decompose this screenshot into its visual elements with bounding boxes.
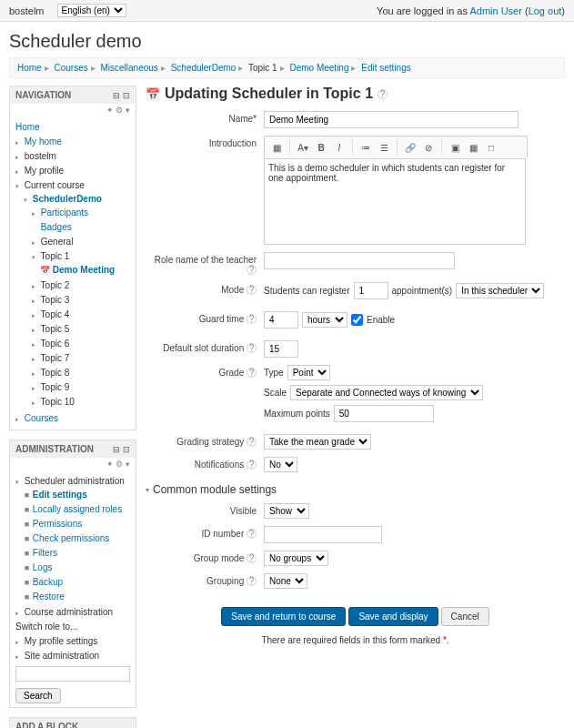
crumb-courses[interactable]: Courses xyxy=(54,63,87,73)
guard-value[interactable] xyxy=(264,311,298,329)
admin-course: Course administration xyxy=(25,607,113,617)
toolbar-expand-icon[interactable]: ▦ xyxy=(268,139,285,156)
admin-sched: Scheduler administration xyxy=(25,476,125,486)
admin-user-link[interactable]: Admin User xyxy=(469,5,521,16)
role-field[interactable] xyxy=(264,252,455,269)
nav-participants[interactable]: Participants xyxy=(41,207,88,217)
admin-search-input[interactable] xyxy=(15,666,130,682)
navigation-block: NAVIGATION⊟ ⊡ ✦ ⚙ ▾ Home ▸ My home ▸ bos… xyxy=(9,86,136,430)
admin-filters[interactable]: Filters xyxy=(33,548,57,558)
toolbar-italic-icon[interactable]: I xyxy=(331,139,347,156)
toolbar-file-icon[interactable]: □ xyxy=(483,139,499,156)
help-icon[interactable]: ? xyxy=(247,460,257,470)
block-gear[interactable]: ✦ ⚙ ▾ xyxy=(10,458,136,470)
nav-topic5: Topic 5 xyxy=(41,324,70,334)
nav-topic7: Topic 7 xyxy=(41,353,70,363)
help-icon[interactable]: ? xyxy=(378,89,388,99)
toolbar-bold-icon[interactable]: B xyxy=(313,139,329,156)
toolbar-ul-icon[interactable]: ≔ xyxy=(357,139,374,156)
help-icon[interactable]: ? xyxy=(247,343,257,353)
save-display-button[interactable]: Save and display xyxy=(348,607,438,626)
crumb-home[interactable]: Home xyxy=(17,63,42,73)
toolbar-unlink-icon[interactable]: ⊘ xyxy=(420,139,437,156)
help-icon[interactable]: ? xyxy=(247,437,257,447)
crumb-topic1: Topic 1 xyxy=(248,63,277,73)
calendar-icon: 📅 xyxy=(40,266,50,275)
nav-schedulerdemo[interactable]: SchedulerDemo xyxy=(33,194,102,204)
slot-duration[interactable] xyxy=(264,340,298,358)
nav-current-course: Current course xyxy=(25,180,85,190)
nav-badges[interactable]: Badges xyxy=(41,222,72,232)
form-title: Updating Scheduler in Topic 1 xyxy=(165,86,373,102)
lang-select[interactable]: English (en) xyxy=(57,4,126,17)
help-icon[interactable]: ? xyxy=(247,368,257,378)
nav-topic9: Topic 9 xyxy=(41,382,70,392)
nav-demo-meeting[interactable]: Demo Meeting xyxy=(53,265,115,275)
add-block: ADD A BLOCK Add... xyxy=(9,717,136,728)
grading-strategy[interactable]: Take the mean grade xyxy=(264,434,371,450)
nav-home[interactable]: Home xyxy=(15,122,40,132)
breadcrumb: Home▸ Courses▸ Miscellaneous▸ SchedulerD… xyxy=(9,57,565,78)
mode-scope[interactable]: In this scheduler xyxy=(456,283,544,298)
help-icon[interactable]: ? xyxy=(247,553,257,563)
mode-count[interactable] xyxy=(354,282,388,299)
grade-type[interactable]: Point xyxy=(287,365,330,380)
required-note: There are required fields in this form m… xyxy=(146,635,565,645)
crumb-edit-settings[interactable]: Edit settings xyxy=(361,63,410,73)
admin-search-button[interactable]: Search xyxy=(15,688,61,703)
toolbar-link-icon[interactable]: 🔗 xyxy=(402,139,418,156)
block-controls[interactable]: ⊟ ⊡ xyxy=(113,91,130,100)
admin-switch-role[interactable]: Switch role to... xyxy=(15,622,77,632)
nav-topic10: Topic 10 xyxy=(41,397,75,407)
admin-permissions[interactable]: Permissions xyxy=(33,519,82,529)
crumb-misc[interactable]: Miscellaneous xyxy=(101,63,158,73)
toolbar-image-icon[interactable]: ▣ xyxy=(447,139,463,156)
admin-edit-settings[interactable]: Edit settings xyxy=(33,490,87,500)
grouping-select[interactable]: None xyxy=(264,573,307,589)
toolbar-media-icon[interactable]: ▦ xyxy=(465,139,481,156)
page-title: Scheduler demo xyxy=(9,31,565,52)
common-settings-toggle[interactable]: ▾Common module settings xyxy=(146,483,565,496)
crumb-demo-meeting[interactable]: Demo Meeting xyxy=(289,63,348,73)
nav-topic3: Topic 3 xyxy=(41,295,70,305)
help-icon[interactable]: ? xyxy=(247,265,257,275)
admin-roles[interactable]: Locally assigned roles xyxy=(33,504,122,514)
grade-scale[interactable]: Separate and Connected ways of knowing xyxy=(290,385,483,400)
crumb-schedulerdemo[interactable]: SchedulerDemo xyxy=(171,63,237,73)
help-icon[interactable]: ? xyxy=(247,576,257,586)
save-return-button[interactable]: Save and return to course xyxy=(221,607,346,626)
admin-profile: My profile settings xyxy=(25,636,98,646)
cancel-button[interactable]: Cancel xyxy=(441,607,489,626)
admin-check-perm[interactable]: Check permissions xyxy=(33,533,109,543)
nav-myhome[interactable]: My home xyxy=(25,136,62,147)
help-icon[interactable]: ? xyxy=(247,285,257,295)
help-icon[interactable]: ? xyxy=(247,529,257,539)
admin-restore[interactable]: Restore xyxy=(33,592,65,602)
grade-max[interactable] xyxy=(334,405,434,422)
help-icon[interactable]: ? xyxy=(247,314,257,324)
nav-bostelm: bostelm xyxy=(25,151,56,161)
nav-topic4: Topic 4 xyxy=(41,309,70,319)
toolbar-ol-icon[interactable]: ☰ xyxy=(376,139,392,156)
nav-topic2: Topic 2 xyxy=(41,280,70,290)
nav-topic8: Topic 8 xyxy=(41,368,70,378)
brand: bostelm xyxy=(9,5,45,16)
toolbar-font-icon[interactable]: A▾ xyxy=(295,139,311,156)
notifications[interactable]: No xyxy=(264,457,297,472)
intro-editor[interactable]: This is a demo scheduler in which studen… xyxy=(264,158,526,245)
block-gear[interactable]: ✦ ⚙ ▾ xyxy=(10,104,136,116)
block-controls[interactable]: ⊟ ⊡ xyxy=(113,445,130,454)
name-field[interactable] xyxy=(264,111,519,128)
guard-unit[interactable]: hours xyxy=(302,312,347,328)
groupmode-select[interactable]: No groups xyxy=(264,551,328,566)
calendar-icon: 📅 xyxy=(146,87,160,101)
idnumber-field[interactable] xyxy=(264,526,382,543)
admin-backup[interactable]: Backup xyxy=(33,577,63,587)
nav-topic1: Topic 1 xyxy=(41,251,70,261)
nav-courses[interactable]: Courses xyxy=(25,413,58,423)
admin-logs[interactable]: Logs xyxy=(33,562,53,572)
administration-block: ADMINISTRATION⊟ ⊡ ✦ ⚙ ▾ ▾ Scheduler admi… xyxy=(9,440,136,708)
logout-link[interactable]: Log out xyxy=(529,5,562,16)
visible-select[interactable]: Show xyxy=(264,503,309,519)
guard-enable-checkbox[interactable] xyxy=(351,314,363,326)
